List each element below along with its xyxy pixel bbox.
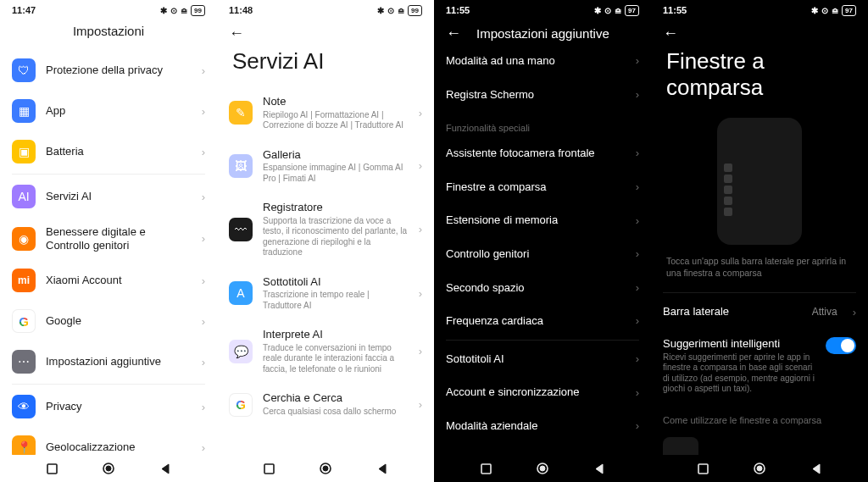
row-one-hand[interactable]: Modalità ad una mano › <box>434 44 651 78</box>
row-recorder[interactable]: 〰 Registratore Supporta la trascrizione … <box>217 192 434 267</box>
chevron-right-icon: › <box>202 146 205 158</box>
clock: 11:55 <box>663 5 687 15</box>
row-second-space[interactable]: Secondo spazio › <box>434 271 651 305</box>
bluetooth-icon: ✱ <box>594 6 601 15</box>
battery-icon: ▣ <box>12 140 36 163</box>
clock: 11:55 <box>446 5 470 15</box>
svg-rect-3 <box>264 464 274 474</box>
chevron-right-icon: › <box>636 314 639 327</box>
floating-content[interactable]: Tocca un'app sulla barra laterale per ap… <box>651 113 868 455</box>
battery-icon: 97 <box>842 5 856 16</box>
interpreter-icon: 💬 <box>229 340 253 363</box>
row-ai-subtitles[interactable]: Sottotitoli AI › <box>434 342 651 376</box>
svg-point-5 <box>323 466 328 471</box>
row-circle-search[interactable]: G Cerchia e Cerca Cerca qualsiasi cosa d… <box>217 383 434 425</box>
chevron-right-icon: › <box>202 232 205 245</box>
row-memory-extension[interactable]: Estensione di memoria › <box>434 203 651 237</box>
nav-recent-button[interactable] <box>262 462 275 475</box>
row-account-sync[interactable]: Account e sincronizzazione › <box>434 375 651 409</box>
row-subtitles[interactable]: A Sottotitoli AI Trascrizione in tempo r… <box>217 267 434 320</box>
wifi-icon: ⪮ <box>615 6 621 15</box>
notes-icon: ✎ <box>229 101 253 125</box>
battery-icon: 99 <box>408 5 422 16</box>
more-icon: ⋯ <box>12 350 36 374</box>
row-sidebar[interactable]: Barra laterale Attiva › <box>651 295 868 329</box>
sidebar-value: Attiva <box>812 306 837 318</box>
row-ai-services[interactable]: AI Servizi AI › <box>0 176 217 217</box>
row-parental-controls[interactable]: Controllo genitori › <box>434 237 651 271</box>
chevron-right-icon: › <box>419 398 422 411</box>
divider <box>663 292 856 293</box>
divider <box>12 384 205 385</box>
row-interpreter[interactable]: 💬 Interprete AI Traduce le conversazioni… <box>217 319 434 383</box>
row-smart-suggestions[interactable]: Suggerimenti intelligenti Ricevi suggeri… <box>651 329 868 403</box>
nav-bar <box>651 455 868 482</box>
nav-back-button[interactable] <box>159 462 172 475</box>
row-battery[interactable]: ▣ Batteria › <box>0 131 217 172</box>
row-digital-wellbeing[interactable]: ◉ Benessere digitale e Controllo genitor… <box>0 217 217 260</box>
wifi-icon: ⪮ <box>181 6 187 15</box>
howto-thumbnail <box>663 437 698 455</box>
battery-icon: 99 <box>191 5 205 16</box>
row-howto-open[interactable]: Apertura delle finestre a <box>651 429 868 455</box>
nav-back-button[interactable] <box>593 462 606 475</box>
row-enterprise-mode[interactable]: Modalità aziendale › <box>434 409 651 443</box>
ai-list[interactable]: ✎ Note Riepilogo AI | Formattazione AI |… <box>217 86 434 455</box>
row-gallery[interactable]: 🖼 Galleria Espansione immagine AI | Gomm… <box>217 140 434 193</box>
ai-icon: AI <box>12 185 36 208</box>
row-front-camera-assistant[interactable]: Assistente fotocamera frontale › <box>434 136 651 170</box>
nav-back-button[interactable] <box>376 462 389 475</box>
chevron-right-icon: › <box>202 64 205 77</box>
additional-list[interactable]: Modalità ad una mano › Registra Schermo … <box>434 44 651 455</box>
row-privacy-protection[interactable]: 🛡 Protezione della privacy › <box>0 50 217 91</box>
section-header-howto: Come utilizzare le finestre a comparsa <box>651 403 868 429</box>
nav-home-button[interactable] <box>753 462 766 475</box>
chevron-right-icon: › <box>636 247 639 260</box>
nav-home-button[interactable] <box>536 462 549 475</box>
nav-recent-button[interactable] <box>696 462 709 475</box>
nav-back-button[interactable] <box>810 462 823 475</box>
clock: 11:48 <box>229 5 253 15</box>
row-screen-record[interactable]: Registra Schermo › <box>434 78 651 112</box>
page-title: Impostazioni <box>0 19 217 50</box>
status-icons: ✱ ⊙ ⪮ 97 <box>594 5 639 16</box>
nav-home-button[interactable] <box>102 462 115 475</box>
nav-recent-button[interactable] <box>45 462 58 475</box>
row-privacy[interactable]: 👁 Privacy › <box>0 386 217 427</box>
settings-list[interactable]: 🛡 Protezione della privacy › ▦ App › ▣ B… <box>0 50 217 455</box>
chevron-right-icon: › <box>636 352 639 365</box>
alarm-icon: ⊙ <box>387 6 394 15</box>
clock: 11:47 <box>12 5 36 15</box>
status-bar: 11:55 ✱ ⊙ ⪮ 97 <box>434 0 651 19</box>
section-header-special: Funzionalità speciali <box>434 111 651 136</box>
row-heart-rate[interactable]: Frequenza cardiaca › <box>434 304 651 338</box>
chevron-right-icon: › <box>202 105 205 118</box>
svg-point-8 <box>540 466 545 471</box>
chevron-right-icon: › <box>636 281 639 294</box>
location-icon: 📍 <box>12 435 36 455</box>
bluetooth-icon: ✱ <box>160 6 167 15</box>
screen-additional-settings: 11:55 ✱ ⊙ ⪮ 97 ← Impostazioni aggiuntive… <box>434 0 651 482</box>
alarm-icon: ⊙ <box>170 6 177 15</box>
chevron-right-icon: › <box>419 159 422 172</box>
smart-suggestions-toggle[interactable] <box>826 337 856 354</box>
nav-recent-button[interactable] <box>479 462 492 475</box>
row-location[interactable]: 📍 Geolocalizzazione › <box>0 427 217 455</box>
row-notes[interactable]: ✎ Note Riepilogo AI | Formattazione AI |… <box>217 86 434 140</box>
svg-rect-6 <box>481 464 491 474</box>
row-apps[interactable]: ▦ App › <box>0 91 217 131</box>
row-floating-windows[interactable]: Finestre a comparsa › <box>434 170 651 204</box>
row-additional-settings[interactable]: ⋯ Impostazioni aggiuntive › <box>0 341 217 382</box>
chevron-right-icon: › <box>419 287 422 300</box>
chevron-right-icon: › <box>419 223 422 235</box>
back-button[interactable]: ← <box>446 25 461 41</box>
row-xiaomi-account[interactable]: mi Xiaomi Account › <box>0 260 217 301</box>
chevron-right-icon: › <box>419 107 422 119</box>
chevron-right-icon: › <box>202 441 205 454</box>
chevron-right-icon: › <box>853 306 856 319</box>
row-google[interactable]: G Google › <box>0 301 217 341</box>
nav-home-button[interactable] <box>319 462 332 475</box>
shield-icon: 🛡 <box>12 58 36 82</box>
back-button[interactable]: ← <box>663 25 678 42</box>
back-button[interactable]: ← <box>229 25 244 42</box>
